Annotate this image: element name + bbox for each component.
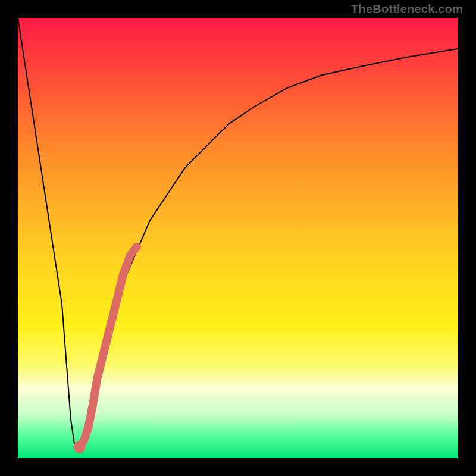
watermark-text: TheBottleneck.com	[351, 2, 463, 16]
bottleneck-curve	[18, 18, 458, 449]
chart-frame: TheBottleneck.com	[0, 0, 476, 476]
chart-svg	[18, 18, 458, 458]
highlight-dot	[74, 441, 86, 453]
highlight-segment	[80, 247, 137, 447]
plot-area	[18, 18, 458, 458]
